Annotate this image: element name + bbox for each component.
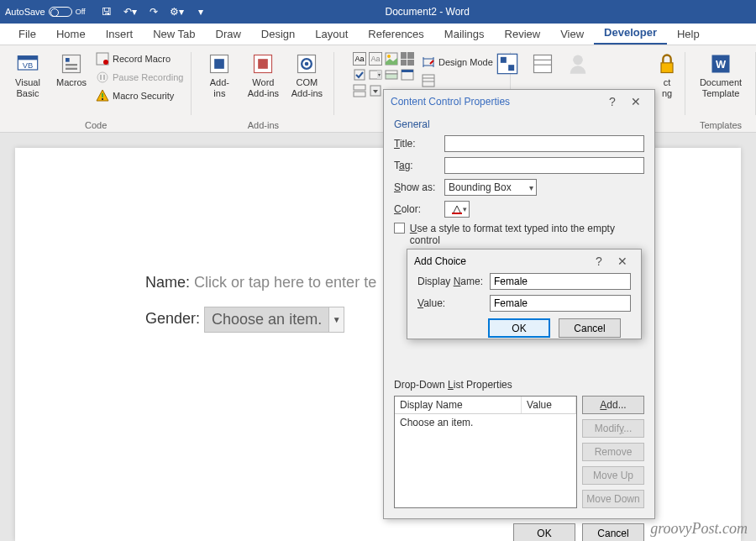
- svg-rect-31: [354, 85, 365, 90]
- picture-control-icon[interactable]: [385, 52, 398, 66]
- xml-mapping-icon[interactable]: [496, 52, 519, 79]
- value-label: Value:: [417, 297, 485, 309]
- visual-basic-button[interactable]: VB Visual Basic: [8, 49, 47, 98]
- close-icon[interactable]: ✕: [611, 255, 634, 268]
- legacy-control-icon[interactable]: [369, 84, 382, 97]
- tab-review[interactable]: Review: [495, 24, 551, 45]
- tab-design[interactable]: Design: [251, 24, 305, 45]
- dialog-title: Add Choice: [414, 255, 466, 267]
- svg-rect-41: [452, 213, 462, 214]
- tab-developer[interactable]: Developer: [594, 23, 667, 45]
- name-content-control[interactable]: Click or tap here to enter te: [194, 274, 376, 291]
- redo-icon[interactable]: ↷: [143, 3, 165, 21]
- tab-mailings[interactable]: Mailings: [434, 24, 495, 45]
- quick-access-toolbar: 🖫 ↶▾ ↷ ⚙▾ ▾: [91, 3, 217, 21]
- date-control-icon[interactable]: [401, 68, 414, 81]
- tab-home[interactable]: Home: [46, 24, 96, 45]
- dialog-title: Content Control Properties: [391, 96, 510, 108]
- col-display-name[interactable]: Display Name: [395, 397, 522, 414]
- group-label-code: Code: [85, 118, 107, 130]
- svg-text:VB: VB: [23, 61, 33, 70]
- ok-button[interactable]: OK: [513, 523, 575, 541]
- display-name-label: Display Name:: [417, 276, 485, 287]
- dropdown-placeholder: Choose an item.: [205, 307, 328, 332]
- dialog-titlebar[interactable]: Content Control Properties ? ✕: [384, 90, 654, 113]
- tab-newtab[interactable]: New Tab: [143, 24, 205, 45]
- ok-button[interactable]: OK: [488, 318, 550, 338]
- tab-references[interactable]: References: [358, 24, 433, 45]
- control-properties-button[interactable]: [422, 72, 493, 89]
- use-style-checkbox[interactable]: [394, 223, 405, 234]
- autosave-toggle[interactable]: AutoSave Off: [0, 7, 91, 17]
- com-addins-button[interactable]: COM Add-ins: [287, 49, 326, 98]
- macros-icon: [60, 52, 83, 76]
- tag-input[interactable]: [444, 157, 644, 174]
- customize-icon[interactable]: ⚙▾: [166, 3, 188, 21]
- svg-rect-42: [497, 54, 517, 73]
- building-block-control-icon[interactable]: [401, 52, 414, 66]
- plain-text-control-icon[interactable]: Aa: [369, 52, 382, 66]
- help-icon[interactable]: ?: [601, 95, 624, 108]
- tab-layout[interactable]: Layout: [305, 24, 358, 45]
- close-icon[interactable]: ✕: [624, 95, 648, 108]
- use-style-label: Use a style to format text typed into th…: [410, 223, 644, 246]
- tab-file[interactable]: File: [8, 24, 46, 45]
- tab-help[interactable]: Help: [667, 24, 710, 45]
- tag-field-label: Tag:: [394, 160, 439, 171]
- svg-rect-10: [100, 75, 102, 80]
- checkbox-control-icon[interactable]: [353, 68, 366, 81]
- autosave-state: Off: [76, 8, 86, 16]
- color-picker-button[interactable]: [444, 201, 470, 218]
- word-addins-button[interactable]: Word Add-ins: [244, 49, 282, 98]
- list-item: Choose an item.: [395, 414, 576, 432]
- gender-line: Gender: Choose an item. ▼: [145, 307, 376, 333]
- name-line: Name: Click or tap here to enter te: [145, 274, 376, 292]
- title-input[interactable]: [444, 135, 644, 152]
- document-template-button[interactable]: W Document Template: [694, 49, 748, 98]
- cancel-button[interactable]: Cancel: [582, 523, 644, 541]
- protect-icon[interactable]: [566, 52, 590, 79]
- col-value[interactable]: Value: [522, 397, 576, 414]
- save-icon[interactable]: 🖫: [96, 3, 118, 21]
- com-addins-icon: [295, 52, 318, 76]
- repeating-control-icon[interactable]: [353, 84, 366, 97]
- dropdown-items-listbox[interactable]: Display Name Value Choose an item.: [394, 396, 577, 508]
- svg-rect-27: [386, 71, 397, 74]
- tab-view[interactable]: View: [550, 24, 594, 45]
- add-choice-dialog: Add Choice ? ✕ Display Name: Value: OK C…: [407, 249, 642, 339]
- showas-select[interactable]: Bounding Box: [444, 179, 537, 196]
- word-addins-icon: [251, 52, 275, 76]
- macro-security-button[interactable]: Macro Security: [96, 87, 183, 104]
- remove-button: Remove: [582, 443, 644, 461]
- tab-draw[interactable]: Draw: [206, 24, 251, 45]
- dropdown-control-icon[interactable]: [385, 68, 398, 81]
- value-input[interactable]: [490, 295, 631, 312]
- svg-point-21: [305, 62, 309, 66]
- help-icon[interactable]: ?: [587, 255, 611, 268]
- tab-insert[interactable]: Insert: [96, 24, 144, 45]
- ribbon-group-addins: Add- ins Word Add-ins COM Add-ins Add-in…: [192, 45, 334, 132]
- rich-text-control-icon[interactable]: Aa: [353, 52, 366, 66]
- move-down-button: Move Down: [582, 490, 644, 508]
- design-mode-button[interactable]: Design Mode: [422, 54, 493, 71]
- svg-point-23: [387, 55, 391, 58]
- macros-button[interactable]: Macros: [52, 49, 91, 88]
- move-up-button: Move Up: [582, 466, 644, 485]
- gender-dropdown-control[interactable]: Choose an item. ▼: [204, 307, 344, 333]
- general-section-label: General: [394, 117, 644, 135]
- chevron-down-icon[interactable]: ▼: [328, 307, 344, 332]
- combobox-control-icon[interactable]: [369, 68, 382, 81]
- svg-rect-38: [661, 63, 673, 73]
- addins-button[interactable]: Add- ins: [200, 49, 239, 98]
- cancel-button[interactable]: Cancel: [559, 318, 621, 338]
- qat-more-icon[interactable]: ▾: [190, 3, 212, 21]
- record-macro-button[interactable]: Record Macro: [96, 50, 183, 67]
- svg-point-9: [97, 72, 108, 82]
- svg-rect-45: [534, 55, 552, 73]
- undo-icon[interactable]: ↶▾: [119, 3, 141, 21]
- add-button[interactable]: Add...: [582, 396, 644, 414]
- lock-icon: [655, 52, 679, 76]
- block-authors-icon[interactable]: [531, 52, 554, 79]
- dialog-titlebar[interactable]: Add Choice ? ✕: [407, 249, 641, 273]
- display-name-input[interactable]: [490, 273, 631, 290]
